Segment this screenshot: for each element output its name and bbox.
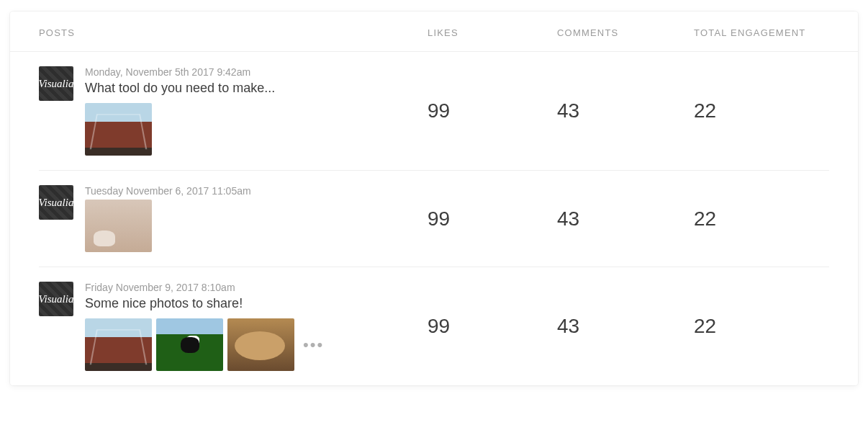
likes-value: 99 bbox=[428, 207, 557, 231]
post-thumbnail[interactable] bbox=[227, 318, 294, 371]
post-thumbnail[interactable] bbox=[85, 318, 152, 371]
post-thumbnail[interactable] bbox=[85, 200, 152, 252]
post-timestamp: Tuesday November 6, 2017 11:05am bbox=[85, 185, 251, 197]
comments-value: 43 bbox=[557, 207, 694, 231]
post-title: What tool do you need to make... bbox=[85, 81, 275, 96]
col-header-posts: POSTS bbox=[39, 27, 428, 38]
post-thumbnails bbox=[85, 200, 251, 252]
table-row[interactable]: Visualia Tuesday November 6, 2017 11:05a… bbox=[39, 171, 829, 267]
posts-table-card: POSTS LIKES COMMENTS TOTAL ENGAGEMENT Vi… bbox=[10, 12, 858, 385]
post-thumbnail[interactable] bbox=[156, 318, 223, 371]
total-value: 22 bbox=[694, 207, 838, 231]
comments-value: 43 bbox=[557, 315, 694, 338]
post-title: Some nice photos to share! bbox=[85, 296, 324, 311]
total-value: 22 bbox=[694, 315, 838, 338]
likes-value: 99 bbox=[428, 99, 557, 122]
table-body: Visualia Monday, November 5th 2017 9:42a… bbox=[10, 52, 858, 385]
likes-value: 99 bbox=[428, 315, 557, 338]
avatar[interactable]: Visualia bbox=[39, 66, 73, 101]
avatar[interactable]: Visualia bbox=[39, 185, 73, 220]
col-header-total: TOTAL ENGAGEMENT bbox=[694, 27, 838, 38]
col-header-comments: COMMENTS bbox=[557, 27, 694, 38]
post-thumbnails bbox=[85, 103, 275, 156]
table-header: POSTS LIKES COMMENTS TOTAL ENGAGEMENT bbox=[10, 12, 858, 52]
col-header-likes: LIKES bbox=[428, 27, 557, 38]
comments-value: 43 bbox=[557, 99, 694, 122]
table-row[interactable]: Visualia Monday, November 5th 2017 9:42a… bbox=[39, 52, 829, 171]
post-timestamp: Friday November 9, 2017 8:10am bbox=[85, 282, 324, 293]
more-thumbnails-icon[interactable]: ••• bbox=[299, 336, 324, 354]
post-thumbnails: ••• bbox=[85, 318, 324, 371]
avatar[interactable]: Visualia bbox=[39, 282, 73, 316]
post-thumbnail[interactable] bbox=[85, 103, 152, 156]
total-value: 22 bbox=[694, 99, 838, 122]
table-row[interactable]: Visualia Friday November 9, 2017 8:10am … bbox=[39, 267, 829, 385]
post-timestamp: Monday, November 5th 2017 9:42am bbox=[85, 66, 275, 78]
